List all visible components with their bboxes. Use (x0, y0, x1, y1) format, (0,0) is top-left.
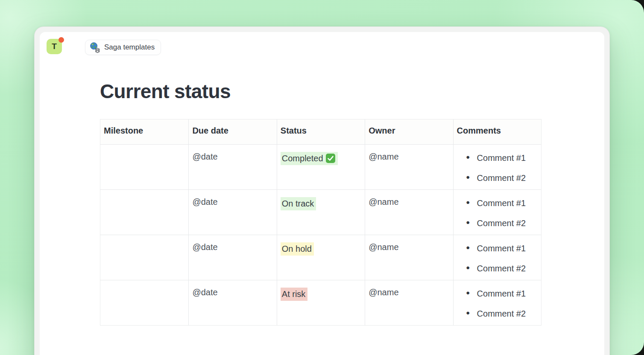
status-highlight: Completed (281, 152, 338, 165)
notification-dot (59, 37, 64, 43)
milestone-cell[interactable] (100, 280, 188, 325)
page-title[interactable]: Current status (100, 80, 231, 103)
due-date-cell[interactable]: @date (188, 189, 276, 235)
owner-cell[interactable]: @name (365, 235, 453, 280)
comments-cell[interactable]: Comment #1 Comment #2 (453, 235, 541, 280)
breadcrumb-label: Saga templates (104, 43, 155, 52)
status-highlight: On hold (281, 242, 314, 256)
column-header-owner[interactable]: Owner (365, 119, 453, 144)
comments-list: Comment #1 Comment #2 (457, 288, 538, 319)
comments-list: Comment #1 Comment #2 (457, 243, 538, 274)
app-window-content: T Saga templates Current status (40, 32, 604, 355)
comment-item[interactable]: Comment #2 (457, 218, 538, 228)
comments-cell[interactable]: Comment #1 Comment #2 (453, 280, 541, 325)
comment-item[interactable]: Comment #2 (457, 173, 538, 183)
comments-cell[interactable]: Comment #1 Comment #2 (453, 144, 541, 189)
owner-cell[interactable]: @name (365, 280, 453, 325)
comment-item[interactable]: Comment #2 (457, 308, 538, 319)
milestone-cell[interactable] (100, 235, 188, 280)
due-date-cell[interactable]: @date (188, 280, 276, 325)
comments-cell[interactable]: Comment #1 Comment #2 (453, 189, 541, 235)
check-mark-emoji-icon (325, 153, 336, 163)
column-header-due-date[interactable]: Due date (188, 119, 276, 144)
column-header-status[interactable]: Status (277, 119, 365, 144)
column-header-comments[interactable]: Comments (453, 119, 541, 144)
globe-layers-icon (89, 42, 101, 53)
milestone-cell[interactable] (100, 144, 188, 189)
comment-item[interactable]: Comment #2 (457, 263, 538, 274)
due-date-cell[interactable]: @date (188, 235, 276, 280)
status-cell[interactable]: At risk (277, 280, 365, 325)
due-date-cell[interactable]: @date (188, 144, 276, 189)
status-cell[interactable]: On hold (277, 235, 365, 280)
owner-cell[interactable]: @name (365, 144, 453, 189)
comment-item[interactable]: Comment #1 (457, 243, 538, 253)
comments-list: Comment #1 Comment #2 (457, 198, 538, 228)
status-table: Milestone Due date Status Owner Comments… (100, 119, 542, 326)
comments-list: Comment #1 Comment #2 (457, 153, 538, 183)
status-label: Completed (282, 154, 323, 163)
column-header-milestone[interactable]: Milestone (100, 119, 188, 144)
owner-cell[interactable]: @name (365, 189, 453, 235)
status-cell[interactable]: Completed (277, 144, 365, 189)
milestone-cell[interactable] (100, 189, 188, 235)
app-window: T Saga templates Current status (34, 26, 610, 355)
comment-item[interactable]: Comment #1 (457, 153, 538, 163)
status-highlight: At risk (281, 288, 308, 301)
breadcrumb[interactable]: Saga templates (85, 40, 161, 55)
workspace-avatar[interactable]: T (47, 39, 62, 54)
status-highlight: On track (281, 197, 316, 210)
comment-item[interactable]: Comment #1 (457, 198, 538, 208)
comment-item[interactable]: Comment #1 (457, 288, 538, 299)
workspace-avatar-letter: T (52, 42, 57, 51)
status-cell[interactable]: On track (277, 189, 365, 235)
